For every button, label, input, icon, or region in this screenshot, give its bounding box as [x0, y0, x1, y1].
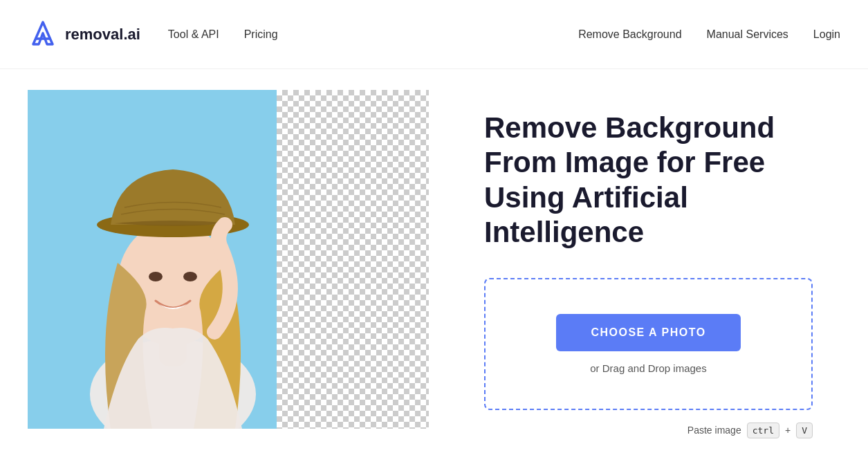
- choose-photo-button[interactable]: CHOOSE A PHOTO: [556, 314, 740, 351]
- v-key: V: [796, 423, 813, 438]
- paste-label: Paste image: [687, 425, 741, 436]
- upload-box: CHOOSE A PHOTO or Drag and Drop images: [484, 278, 813, 410]
- svg-point-6: [183, 272, 197, 281]
- nav-right: Remove Background Manual Services Login: [578, 28, 840, 41]
- hero-image: [28, 90, 429, 429]
- nav-link-pricing[interactable]: Pricing: [244, 28, 278, 41]
- hero-title: Remove Background From Image for Free Us…: [484, 111, 813, 250]
- paste-image-row: Paste image ctrl + V: [484, 423, 813, 438]
- nav-links: Tool & API Pricing: [168, 28, 278, 41]
- svg-point-5: [149, 272, 163, 281]
- logo-text: removal.ai: [65, 26, 140, 44]
- nav-link-remove-bg[interactable]: Remove Background: [578, 28, 681, 41]
- nav-link-tool-api[interactable]: Tool & API: [168, 28, 219, 41]
- nav-left: removal.ai Tool & API Pricing: [28, 19, 278, 50]
- drag-drop-text: or Drag and Drop images: [590, 362, 706, 374]
- logo-icon: [28, 19, 58, 50]
- logo[interactable]: removal.ai: [28, 19, 140, 50]
- ctrl-key: ctrl: [747, 423, 779, 438]
- plus-sign: +: [785, 425, 791, 436]
- nav-link-login[interactable]: Login: [813, 28, 840, 41]
- person-illustration: [28, 90, 429, 429]
- navigation: removal.ai Tool & API Pricing Remove Bac…: [0, 0, 868, 69]
- right-content: Remove Background From Image for Free Us…: [429, 69, 840, 464]
- nav-link-manual-services[interactable]: Manual Services: [707, 28, 788, 41]
- main-content: Remove Background From Image for Free Us…: [0, 69, 868, 464]
